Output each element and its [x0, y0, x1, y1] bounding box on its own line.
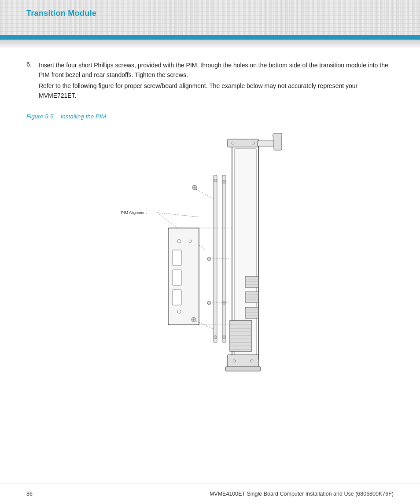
svg-point-52 — [214, 179, 217, 182]
section-title-area: Transition Module — [26, 9, 96, 18]
figure-title: Installing the PIM — [61, 113, 107, 120]
pim-diagram: PIM Alignment — [118, 131, 302, 378]
figure-area: PIM Alignment — [26, 127, 394, 378]
svg-rect-7 — [245, 307, 258, 318]
content-area: 6. Insert the four short Phillips screws… — [0, 48, 420, 479]
svg-text:PIM  Alignment: PIM Alignment — [121, 210, 147, 215]
svg-point-54 — [223, 180, 226, 183]
svg-point-40 — [177, 310, 181, 313]
svg-rect-5 — [245, 276, 258, 287]
svg-rect-38 — [173, 290, 181, 305]
svg-rect-26 — [228, 139, 258, 147]
svg-rect-37 — [173, 270, 181, 285]
top-pattern-area: Transition Module — [0, 0, 420, 35]
step-6-block: 6. Insert the four short Phillips screws… — [26, 61, 394, 103]
figure-label: Figure 5-5 — [26, 113, 54, 120]
svg-point-41 — [189, 240, 192, 243]
figure-caption: Figure 5-5 Installing the PIM — [26, 113, 394, 120]
page-footer: 86 MVME4100ET Single Board Computer Inst… — [0, 483, 420, 504]
svg-point-58 — [207, 257, 211, 261]
section-title: Transition Module — [26, 9, 96, 18]
svg-point-39 — [177, 239, 181, 243]
gray-bar — [0, 40, 420, 48]
svg-rect-34 — [225, 367, 261, 371]
svg-rect-36 — [173, 250, 181, 265]
step-text: Insert the four short Phillips screws, p… — [39, 61, 394, 103]
footer-document-title: MVME4100ET Single Board Computer Install… — [210, 491, 394, 497]
step-paragraph-2: Refer to the following figure for proper… — [39, 81, 394, 100]
footer-page-number: 86 — [26, 491, 33, 497]
svg-rect-31 — [228, 355, 258, 367]
svg-line-42 — [195, 188, 214, 199]
svg-line-2 — [157, 213, 199, 217]
step-paragraph-1: Insert the four short Phillips screws, p… — [39, 61, 394, 80]
svg-point-60 — [207, 301, 211, 305]
svg-rect-17 — [230, 320, 252, 351]
svg-point-53 — [214, 335, 217, 338]
svg-rect-30 — [274, 138, 282, 150]
step-number: 6. — [26, 61, 35, 103]
svg-rect-6 — [245, 292, 258, 303]
blue-bar — [0, 35, 420, 40]
svg-point-56 — [223, 335, 226, 338]
